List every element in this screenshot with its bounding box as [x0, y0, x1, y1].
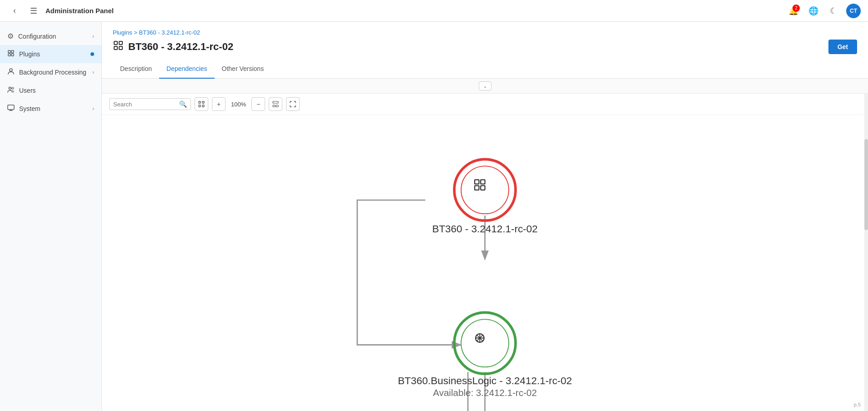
page-indicator: p.5	[854, 402, 861, 407]
svg-point-6	[12, 87, 14, 89]
sidebar-label-configuration: Configuration	[18, 33, 88, 40]
chevron-icon-system: ›	[92, 105, 94, 112]
svg-rect-14	[199, 105, 201, 107]
notification-button[interactable]: 🔔 2	[786, 4, 801, 18]
menu-button[interactable]: ☰	[26, 4, 41, 18]
svg-rect-10	[114, 46, 117, 50]
breadcrumb-plugins[interactable]: Plugins	[113, 29, 132, 36]
users-icon	[7, 86, 15, 95]
svg-rect-7	[8, 105, 14, 110]
svg-rect-15	[202, 105, 204, 107]
svg-rect-16	[273, 101, 278, 103]
chevron-icon-configuration: ›	[92, 33, 94, 40]
collapse-row: ⌄	[102, 79, 868, 94]
search-box[interactable]: 🔍	[109, 98, 191, 110]
svg-point-4	[10, 69, 12, 71]
sidebar-item-plugins[interactable]: Plugins	[0, 45, 101, 63]
dependency-graph: BT360 - 3.2412.1-rc-02 BT360.BusinessLog…	[102, 115, 868, 411]
svg-rect-13	[202, 101, 204, 103]
svg-point-32	[461, 319, 509, 367]
breadcrumb: Plugins > BT360 - 3.2412.1-rc-02	[102, 22, 868, 38]
svg-text:BT360 - 3.2412.1-rc-02: BT360 - 3.2412.1-rc-02	[432, 223, 537, 235]
app-title: Administration Panel	[45, 7, 114, 15]
notification-badge: 2	[793, 5, 800, 12]
collapse-button[interactable]: ⌄	[479, 81, 492, 90]
page-icon	[113, 40, 124, 54]
svg-rect-1	[11, 50, 14, 53]
fullscreen-button[interactable]	[286, 97, 300, 111]
globe-button[interactable]: 🌐	[806, 4, 821, 18]
sidebar-item-configuration[interactable]: ⚙ Configuration ›	[0, 27, 101, 45]
theme-button[interactable]: ☾	[826, 4, 841, 18]
sidebar-item-background-processing[interactable]: Background Processing ›	[0, 63, 101, 81]
topbar: ‹ ☰ Administration Panel 🔔 2 🌐 ☾ CT	[0, 0, 868, 22]
globe-icon: 🌐	[808, 6, 818, 16]
svg-rect-12	[199, 101, 201, 103]
svg-rect-9	[119, 41, 122, 45]
svg-rect-17	[273, 105, 275, 107]
svg-rect-2	[8, 54, 10, 56]
breadcrumb-separator: >	[134, 29, 139, 36]
sidebar-item-users[interactable]: Users	[0, 81, 101, 100]
chevron-icon-background: ›	[92, 69, 94, 75]
back-button[interactable]: ‹	[7, 4, 22, 18]
graph-wrapper[interactable]: 🔍 + 100% −	[102, 94, 868, 411]
sidebar-label-system: System	[19, 105, 88, 112]
background-processing-icon	[7, 68, 15, 77]
sidebar: ⚙ Configuration › Plugins Background Pro…	[0, 22, 102, 411]
scrollbar-thumb[interactable]	[864, 139, 868, 230]
user-avatar[interactable]: CT	[846, 4, 861, 18]
plugins-icon	[7, 50, 15, 59]
svg-rect-11	[119, 46, 122, 50]
plugins-active-dot	[90, 52, 94, 56]
menu-icon: ☰	[30, 6, 37, 16]
topbar-right: 🔔 2 🌐 ☾ CT	[786, 4, 861, 18]
svg-rect-18	[276, 105, 278, 107]
configuration-icon: ⚙	[7, 32, 14, 40]
search-icon: 🔍	[179, 100, 187, 108]
system-icon	[7, 104, 15, 113]
main-content: Plugins > BT360 - 3.2412.1-rc-02 BT360 -…	[102, 22, 868, 411]
sidebar-label-background-processing: Background Processing	[19, 69, 88, 76]
page-title: BT360 - 3.2412.1-rc-02	[128, 41, 233, 53]
zoom-in-button[interactable]: +	[212, 97, 226, 111]
fit-view-button[interactable]	[195, 97, 208, 111]
graph-toolbar: 🔍 + 100% −	[102, 94, 868, 115]
moon-icon: ☾	[830, 6, 837, 16]
svg-rect-8	[114, 41, 117, 45]
sidebar-item-system[interactable]: System ›	[0, 100, 101, 118]
layout-button[interactable]	[269, 97, 282, 111]
zoom-label: 100%	[229, 101, 248, 108]
tab-dependencies[interactable]: Dependencies	[159, 60, 215, 79]
layout: ⚙ Configuration › Plugins Background Pro…	[0, 22, 868, 411]
search-input[interactable]	[113, 101, 177, 108]
sidebar-label-plugins: Plugins	[19, 50, 86, 58]
get-button[interactable]: Get	[828, 40, 857, 54]
topbar-left: ‹ ☰ Administration Panel	[7, 4, 114, 18]
scrollbar-track	[864, 94, 868, 411]
zoom-out-button[interactable]: −	[251, 97, 265, 111]
sidebar-label-users: Users	[19, 87, 94, 94]
tabs: Description Dependencies Other Versions	[102, 60, 868, 79]
breadcrumb-current[interactable]: BT360 - 3.2412.1-rc-02	[139, 29, 200, 36]
back-icon: ‹	[13, 6, 16, 15]
svg-text:BT360.BusinessLogic - 3.2412.1: BT360.BusinessLogic - 3.2412.1-rc-02	[398, 375, 572, 386]
tab-description[interactable]: Description	[113, 60, 159, 79]
svg-text:Available: 3.2412.1-rc-02: Available: 3.2412.1-rc-02	[433, 387, 537, 398]
tab-other-versions[interactable]: Other Versions	[215, 60, 271, 79]
svg-rect-3	[11, 54, 14, 56]
page-header: BT360 - 3.2412.1-rc-02 Get	[102, 38, 868, 60]
svg-rect-0	[8, 50, 10, 53]
svg-point-5	[9, 87, 11, 90]
